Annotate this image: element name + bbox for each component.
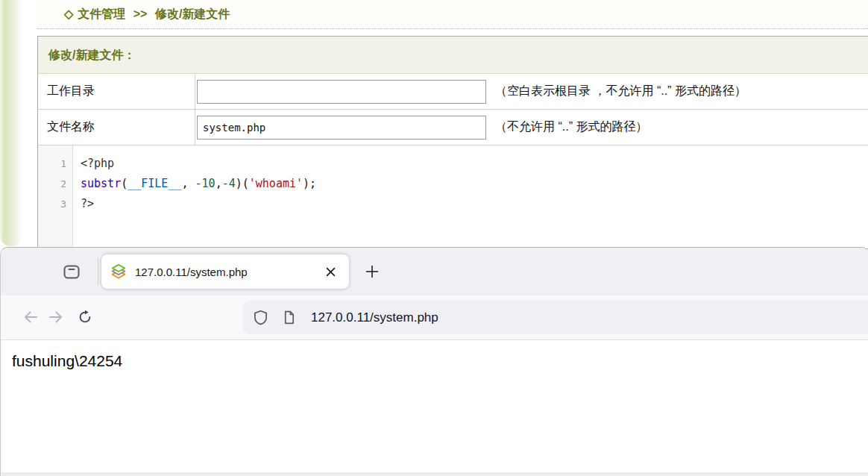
page-info-button[interactable] (282, 310, 296, 325)
screen: ◇文件管理 >> 修改/新建文件 修改/新建文件： 工作目录 （空白表示根目录 … (0, 0, 868, 476)
sidebar-edge (0, 0, 22, 246)
back-arrow-icon (22, 308, 40, 326)
browser-tab[interactable]: 127.0.0.11/system.php (101, 254, 349, 289)
breadcrumb-current: 修改/新建文件 (155, 7, 230, 20)
command-output: fushuling\24254 (1, 340, 868, 370)
site-favicon (110, 263, 127, 280)
browser-window: 127.0.0.11/system.php (0, 247, 868, 476)
work-dir-field-cell: （空白表示根目录 ，不允许用 “..” 形式的路径） (195, 74, 868, 109)
plus-icon (365, 265, 379, 278)
address-bar[interactable]: 127.0.0.11/system.php (243, 301, 868, 334)
firefox-view-icon (61, 261, 82, 282)
tab-title: 127.0.0.11/system.php (135, 266, 321, 278)
code-line[interactable]: 2substr(__FILE__, -10,-4)('whoami'); (38, 174, 868, 194)
form-row-file-name: 文件名称 （不允许用 “..” 形式的路径） (38, 110, 868, 145)
file-name-input[interactable] (197, 116, 486, 140)
reload-icon (77, 309, 93, 325)
code-line[interactable]: 3?> (38, 194, 868, 214)
forward-button[interactable] (46, 307, 66, 327)
edit-file-panel: 修改/新建文件： 工作目录 （空白表示根目录 ，不允许用 “..” 形式的路径）… (37, 36, 868, 249)
code-editor-lines[interactable]: 1<?php2substr(__FILE__, -10,-4)('whoami'… (38, 145, 868, 214)
file-name-label: 文件名称 (38, 110, 195, 145)
shield-icon (253, 310, 268, 325)
file-name-field-cell: （不允许用 “..” 形式的路径） (195, 110, 868, 145)
browser-nav-bar: 127.0.0.11/system.php (1, 295, 868, 339)
panel-title: 修改/新建文件： (38, 37, 868, 74)
forward-arrow-icon (47, 308, 65, 326)
firefox-view-button[interactable] (60, 260, 83, 283)
reload-button[interactable] (75, 307, 95, 327)
code-line[interactable]: 1<?php (38, 154, 868, 174)
breadcrumb-section[interactable]: 文件管理 (78, 7, 125, 20)
close-icon (326, 267, 336, 277)
diamond-icon: ◇ (64, 7, 73, 20)
tracking-protection-button[interactable] (253, 310, 268, 325)
bottom-edge (1, 472, 868, 476)
work-dir-label: 工作目录 (38, 74, 195, 109)
work-dir-input[interactable] (197, 80, 486, 104)
page-icon (282, 310, 296, 325)
url-text[interactable]: 127.0.0.11/system.php (311, 310, 438, 325)
code-editor[interactable]: 1<?php2substr(__FILE__, -10,-4)('whoami'… (38, 145, 868, 248)
tab-close-button[interactable] (321, 262, 340, 281)
browser-tab-bar: 127.0.0.11/system.php (1, 248, 868, 295)
work-dir-note: （空白表示根目录 ，不允许用 “..” 形式的路径） (495, 84, 746, 99)
breadcrumb: ◇文件管理 >> 修改/新建文件 (37, 0, 868, 29)
breadcrumb-separator: >> (133, 7, 148, 20)
web-page-content: fushuling\24254 (1, 339, 868, 472)
tab-separator (98, 258, 98, 285)
file-name-note: （不允许用 “..” 形式的路径） (495, 119, 647, 135)
back-button[interactable] (21, 307, 40, 327)
new-tab-button[interactable] (360, 260, 384, 283)
form-row-work-dir: 工作目录 （空白表示根目录 ，不允许用 “..” 形式的路径） (38, 74, 868, 110)
